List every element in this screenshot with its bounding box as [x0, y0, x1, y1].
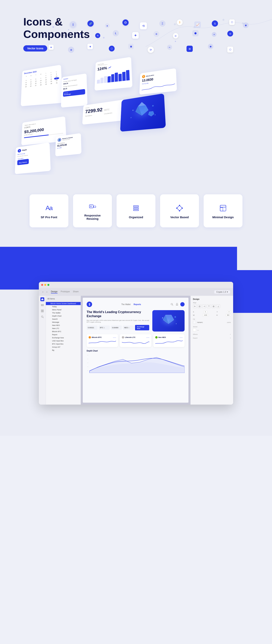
layer-item-btc-input[interactable]: BTC Input Box [46, 342, 81, 346]
add-effect-btn[interactable]: + [230, 334, 231, 335]
exchange-currency-to[interactable]: NEO ↕ [123, 326, 134, 330]
stroke-value[interactable]: — [197, 329, 199, 331]
fill-value[interactable]: F8F9FC [197, 322, 203, 323]
y-value[interactable]: 0 [227, 310, 231, 313]
nav-reports[interactable]: Reports [134, 303, 141, 306]
hero-image [152, 310, 184, 332]
features-grid: Aa SF Pro Font ResponsiveResizing [16, 194, 256, 227]
tab-share[interactable]: Share [73, 290, 78, 294]
coin-btc-link[interactable]: —— [113, 336, 116, 338]
layer-item-menu[interactable]: Menu Panel [46, 308, 81, 311]
layers-list: Bitcoin Home Screen Dashboard Today Menu… [46, 302, 81, 404]
x-label: X [193, 311, 194, 313]
layer-item-exchange[interactable]: Exchange Now [46, 336, 81, 339]
svg-point-41 [176, 323, 176, 324]
layer-item-wallet[interactable]: The Wallet [46, 311, 81, 314]
feature-card-organized: Organized [116, 194, 156, 227]
app-body: All Items Bitcoin Home Screen Dashboard … [39, 296, 233, 404]
exchange-to-input[interactable]: 0.64484 [111, 326, 122, 330]
align-right-btn[interactable]: ⊣ [202, 304, 206, 308]
coin-card-bitcoin: Bitcoin BTC —— [87, 334, 118, 347]
layer-item-depth[interactable]: Depth Chart [46, 314, 81, 318]
tab-design[interactable]: Design [51, 290, 58, 294]
layer-item-usd-input[interactable]: USD Input Box [46, 339, 81, 342]
layer-item-today[interactable]: Today [46, 305, 81, 308]
exchange-from-input[interactable]: 0.00321 [87, 326, 98, 330]
layer-item-bg[interactable]: Bg [46, 348, 81, 352]
titlebar-minimize[interactable] [44, 284, 46, 286]
nav-wallet[interactable]: The Wallet [121, 303, 130, 306]
fill-label: Fill [193, 318, 231, 320]
svg-point-39 [162, 317, 163, 318]
sidebar-home-icon[interactable] [40, 297, 44, 301]
notification-icon[interactable] [175, 302, 179, 306]
vector-icons-badge[interactable]: Vector Icons [23, 45, 47, 52]
depth-chart: — — — — — [87, 354, 184, 373]
app-window-wrapper: ← → Design Prototype Share Crypto 1.0 ▾ [34, 282, 238, 404]
user-avatar[interactable] [180, 302, 184, 306]
toolbar-back[interactable]: ← [42, 291, 44, 293]
layer-item-report[interactable]: Report [46, 333, 81, 336]
feature-label-minimal-design: Minimal Design [212, 216, 234, 219]
titlebar-maximize[interactable] [48, 284, 49, 286]
svg-point-23 [176, 208, 178, 209]
svg-rect-27 [41, 304, 44, 305]
isometric-cards-area: December 2019 S M T W T F S 1 2 3 4 5 6 … [0, 50, 272, 175]
align-left-btn[interactable]: ⊢ [193, 304, 197, 308]
layer-item-group[interactable]: Group 437 [46, 346, 81, 348]
screenshot-section: ← → Design Prototype Share Crypto 1.0 ▾ [0, 247, 272, 436]
feature-label-sf-pro: SF Pro Font [41, 216, 57, 219]
add-export-btn[interactable]: + [230, 337, 231, 339]
feature-card-responsive: ResponsiveResizing [73, 194, 112, 227]
svg-point-21 [182, 208, 183, 209]
coin-card-neo: Neo NEO —— [153, 334, 184, 347]
sidebar-components-icon[interactable] [40, 309, 44, 313]
sidebar-search-icon[interactable] [40, 315, 44, 319]
app-titlebar [39, 282, 233, 288]
trade-card: 👤 Roxio E. Evenir Gold Member Total Bala… [55, 133, 82, 156]
dash-nav: The Wallet Reports [121, 303, 141, 306]
svg-rect-32 [42, 311, 44, 312]
hero-title: Icons & Components [23, 16, 272, 40]
exchange-currency-from[interactable]: BTC ↕ [99, 326, 110, 330]
feature-label-vector-based: Vector Based [170, 216, 189, 219]
align-top-btn[interactable]: ⊤ [207, 304, 211, 308]
layer-item-message[interactable]: Message [46, 321, 81, 324]
layer-item-new-ltc[interactable]: New LTC [46, 327, 81, 330]
coin-ltc-link[interactable]: —— [146, 336, 150, 338]
layer-item-search[interactable]: Search [46, 318, 81, 321]
layer-item-bitcoin-btc[interactable]: Bitcoin BTC [46, 330, 81, 333]
layer-item-bitcoin-home[interactable]: Bitcoin Home Screen Dashboard [46, 302, 81, 305]
titlebar-close[interactable] [41, 284, 43, 286]
sidebar-layers-icon[interactable] [40, 303, 44, 307]
coin-neo-link[interactable]: —— [180, 336, 183, 338]
fill-opacity[interactable]: 100% [227, 322, 231, 323]
calendar-card: December 2019 S M T W T F S 1 2 3 4 5 6 … [21, 65, 63, 106]
svg-point-13 [155, 114, 156, 115]
coin-neo-sparkline [155, 339, 183, 345]
app-version[interactable]: Crypto 1.0 ▾ [214, 290, 230, 294]
svg-rect-19 [134, 210, 138, 211]
search-icon[interactable] [170, 302, 174, 306]
svg-text:—: — [88, 370, 88, 371]
svg-rect-28 [41, 305, 44, 306]
toolbar-forward[interactable]: → [46, 291, 48, 293]
coin-ltc-sparkline [122, 339, 149, 345]
svg-rect-26 [220, 208, 223, 211]
coin-btc-name: Bitcoin BTC [92, 336, 102, 338]
align-middle-btn[interactable]: ⊟ [212, 304, 216, 308]
stroke-color-swatch[interactable] [193, 328, 196, 332]
stroke-section: Stroke — [193, 326, 231, 332]
coin-cards-row: Bitcoin BTC —— [87, 334, 184, 347]
canvas-area: ₿ The Wallet Reports [81, 296, 190, 404]
x-value[interactable]: 0 [204, 310, 207, 313]
h-value[interactable]: 900 [226, 314, 231, 316]
layer-item-new-neo[interactable]: New NEO [46, 324, 81, 327]
align-center-btn[interactable]: ⊡ [198, 304, 202, 308]
fill-color-swatch[interactable] [193, 321, 196, 324]
tab-prototype[interactable]: Prototype [60, 290, 70, 294]
align-bottom-btn[interactable]: ⊥ [216, 304, 220, 308]
feature-label-organized: Organized [129, 216, 143, 219]
exchange-now-button[interactable]: Exchange Now [135, 325, 149, 330]
w-value[interactable]: 1440 [202, 314, 209, 316]
